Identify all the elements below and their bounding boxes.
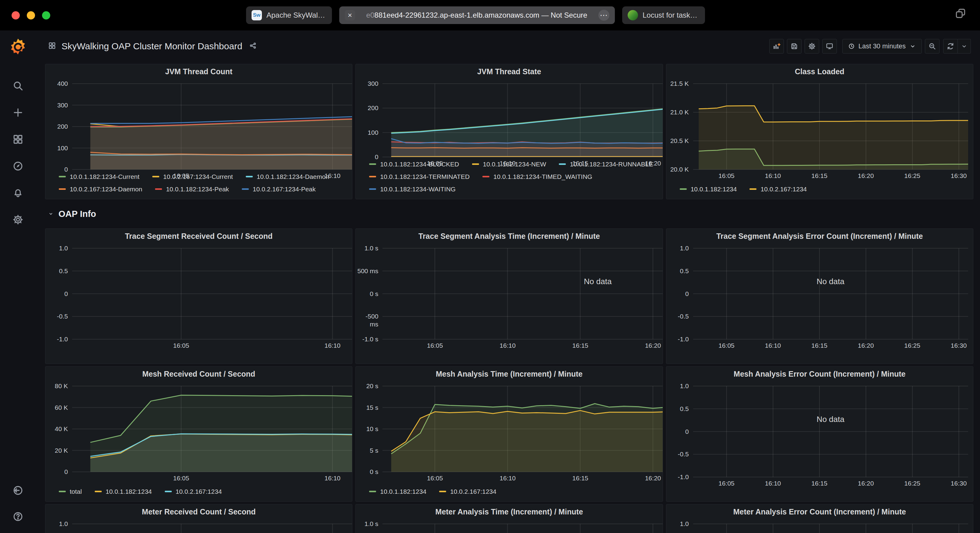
chart-area: 0 s5 s10 s15 s20 s16:0516:1016:1516:2016…	[356, 381, 662, 485]
share-icon[interactable]	[249, 42, 257, 51]
chart-canvas[interactable]	[382, 248, 663, 339]
y-axis-tick: -0.5	[666, 313, 689, 320]
legend-item[interactable]: 10.0.1.182:1234	[95, 485, 152, 498]
x-axis-tick: 16:10	[319, 342, 346, 349]
panel-title[interactable]: Meter Analysis Time (Increment) / Minute	[356, 504, 662, 519]
panel-trace-segment-received-count-second[interactable]: Trace Segment Received Count / Second-1.…	[45, 228, 352, 364]
panel-title[interactable]: Mesh Analysis Error Count (Increment) / …	[666, 366, 973, 381]
legend-item[interactable]: 10.0.1.182:1234-TIMED_WAITING	[482, 170, 592, 183]
panel-jvm-thread-count[interactable]: JVM Thread Count010020030040016:0516:101…	[45, 64, 352, 199]
grafana-logo-icon[interactable]	[9, 38, 27, 57]
legend-item[interactable]: 10.0.1.182:1234-TERMINATED	[369, 170, 469, 183]
panel-title[interactable]: Mesh Analysis Time (Increment) / Minute	[356, 366, 662, 381]
chart-canvas[interactable]	[72, 248, 352, 339]
chart-canvas[interactable]	[693, 386, 968, 477]
dashboard-grid-icon[interactable]	[48, 42, 56, 51]
legend-swatch-icon	[242, 188, 249, 190]
save-icon	[790, 42, 798, 50]
legend-item[interactable]: 10.0.1.182:1234-Current	[59, 170, 140, 183]
chart-canvas[interactable]	[72, 386, 352, 472]
chart-canvas[interactable]	[382, 84, 663, 157]
y-axis-tick: 20 K	[45, 447, 68, 455]
panel-title[interactable]: Meter Analysis Error Count (Increment) /…	[666, 504, 973, 519]
panel-mesh-analysis-error-count-increment-minute[interactable]: Mesh Analysis Error Count (Increment) / …	[666, 366, 973, 502]
row-title-oap-info[interactable]: OAP Info	[45, 202, 973, 226]
panel-title[interactable]: Class Loaded	[666, 64, 973, 79]
time-range-picker[interactable]: Last 30 minutes	[842, 39, 922, 54]
panel-title[interactable]: JVM Thread State	[356, 64, 662, 79]
legend-item[interactable]: 10.0.1.182:1234	[680, 183, 737, 195]
chart-canvas[interactable]	[382, 524, 663, 533]
browser-tab-grafana-active[interactable]: ✕ e0881eed4-22961232.ap-east-1.elb.amazo…	[339, 6, 615, 24]
refresh-interval-dropdown[interactable]	[958, 39, 971, 54]
save-dashboard-button[interactable]	[787, 39, 802, 54]
legend-item[interactable]: 10.0.1.182:1234	[369, 485, 426, 498]
legend-item[interactable]: 10.0.1.182:1234-WAITING	[369, 183, 456, 195]
sidebar-item-dashboards[interactable]	[13, 134, 24, 145]
sidebar-item-configuration[interactable]	[13, 214, 24, 225]
legend-item[interactable]: 10.0.1.182:1234-Daemon	[246, 170, 329, 183]
sidebar-item-help[interactable]	[13, 511, 24, 522]
legend-item[interactable]: 10.0.2.167:1234-Peak	[242, 183, 316, 195]
legend-item[interactable]: 10.0.2.167:1234	[439, 485, 496, 498]
panel-meter-received-count-second[interactable]: Meter Received Count / Second-1.0-0.500.…	[45, 504, 352, 533]
y-axis-tick: -1.0 s	[356, 335, 378, 343]
sidebar-item-search[interactable]	[13, 80, 24, 91]
panel-meter-analysis-time-increment-minute[interactable]: Meter Analysis Time (Increment) / Minute…	[355, 504, 663, 533]
panel-class-loaded[interactable]: Class Loaded20.0 K20.5 K21.0 K21.5 K16:0…	[666, 64, 973, 199]
sidebar-item-sign-in[interactable]	[13, 485, 24, 496]
browser-tab-skywalking[interactable]: Sw Apache SkyWalki...	[246, 6, 332, 24]
panel-title[interactable]: Trace Segment Analysis Time (Increment) …	[356, 229, 662, 243]
dashboard-settings-button[interactable]	[805, 39, 819, 54]
panel-title[interactable]: Mesh Received Count / Second	[45, 366, 352, 381]
sidebar-item-create[interactable]	[13, 107, 24, 118]
chart-canvas[interactable]	[72, 524, 352, 533]
refresh-button[interactable]	[943, 39, 958, 54]
chart-canvas[interactable]	[382, 386, 663, 472]
legend-swatch-icon	[152, 176, 159, 178]
panel-mesh-analysis-time-increment-minute[interactable]: Mesh Analysis Time (Increment) / Minute0…	[355, 366, 663, 502]
window-controls	[11, 11, 50, 19]
panel-title[interactable]: JVM Thread Count	[45, 64, 352, 79]
panel-title[interactable]: Trace Segment Received Count / Second	[45, 229, 352, 243]
legend: 10.0.1.182:1234-Current10.0.2.167:1234-C…	[45, 170, 352, 197]
legend-item[interactable]: 10.0.2.167:1234	[749, 183, 807, 195]
legend-item[interactable]: 10.0.1.182:1234-Peak	[155, 183, 229, 195]
tab-more-icon[interactable]: ⋯	[598, 10, 609, 21]
minimize-window-button[interactable]	[27, 11, 35, 19]
chart-canvas[interactable]	[693, 524, 968, 533]
panel-trace-segment-analysis-time-increment-minute[interactable]: Trace Segment Analysis Time (Increment) …	[355, 228, 663, 364]
chart-canvas[interactable]	[693, 84, 968, 170]
panel-title[interactable]: Trace Segment Analysis Error Count (Incr…	[666, 229, 973, 243]
zoom-out-button[interactable]	[925, 39, 940, 54]
tab-overview-icon[interactable]	[955, 8, 966, 20]
chart-canvas[interactable]	[693, 248, 968, 339]
add-panel-button[interactable]	[769, 39, 784, 54]
dashboard-row-trace: Trace Segment Received Count / Second-1.…	[45, 228, 973, 364]
legend-item[interactable]: total	[59, 485, 82, 498]
chart-canvas[interactable]	[72, 84, 352, 170]
panel-meter-analysis-error-count-increment-minute[interactable]: Meter Analysis Error Count (Increment) /…	[666, 504, 973, 533]
browser-tab-locust[interactable]: Locust for tasks.py	[622, 6, 705, 24]
legend-item[interactable]: 10.0.2.167:1234-Daemon	[59, 183, 142, 195]
sidebar-item-explore[interactable]	[13, 161, 24, 171]
tab-close-icon[interactable]: ✕	[345, 10, 355, 21]
grafana-app: SkyWalking OAP Cluster Monitor Dashboard…	[0, 30, 980, 533]
close-window-button[interactable]	[11, 11, 20, 19]
y-axis-tick: 100	[45, 144, 68, 152]
panel-jvm-thread-state[interactable]: JVM Thread State010020030016:0516:1016:1…	[355, 64, 663, 199]
gear-icon	[808, 42, 816, 50]
refresh-icon	[947, 42, 955, 50]
y-axis-tick: 0	[45, 290, 68, 298]
panel-title[interactable]: Meter Received Count / Second	[45, 504, 352, 519]
x-axis-tick: 16:05	[421, 342, 449, 349]
zoom-window-button[interactable]	[42, 11, 50, 19]
cycle-view-mode-button[interactable]	[822, 39, 837, 54]
panel-mesh-received-count-second[interactable]: Mesh Received Count / Second020 K40 K60 …	[45, 366, 352, 502]
sidebar-item-alerting[interactable]	[13, 187, 24, 198]
x-axis-tick: 16:10	[319, 172, 346, 180]
y-axis-tick: 21.5 K	[666, 80, 689, 87]
panel-trace-segment-analysis-error-count-increment-minute[interactable]: Trace Segment Analysis Error Count (Incr…	[666, 228, 973, 364]
legend-item[interactable]: 10.0.2.167:1234	[165, 485, 222, 498]
browser-titlebar: Sw Apache SkyWalki... ✕ e0881eed4-229612…	[0, 0, 980, 30]
